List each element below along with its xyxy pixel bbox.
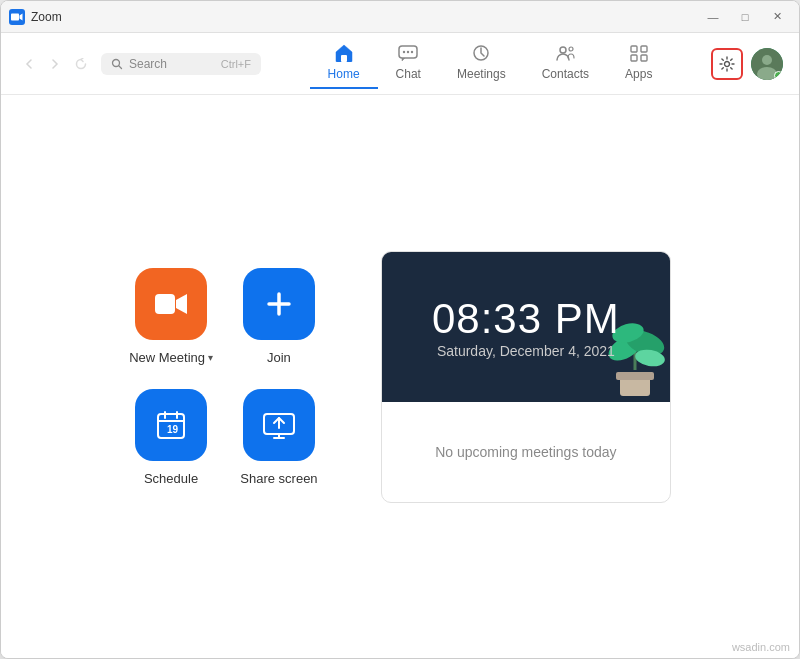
join-action[interactable]: Join bbox=[237, 268, 321, 365]
title-bar: Zoom — □ ✕ bbox=[1, 1, 799, 33]
svg-rect-11 bbox=[631, 46, 637, 52]
svg-point-17 bbox=[762, 55, 772, 65]
forward-icon bbox=[50, 59, 60, 69]
banner-text-group: 08:33 PM Saturday, December 4, 2021 bbox=[432, 295, 620, 359]
new-meeting-label: New Meeting bbox=[129, 350, 205, 365]
zoom-window: Zoom — □ ✕ bbox=[0, 0, 800, 659]
tab-home[interactable]: Home bbox=[310, 38, 378, 89]
new-meeting-label-row: New Meeting ▾ bbox=[129, 350, 213, 365]
search-shortcut: Ctrl+F bbox=[221, 58, 251, 70]
svg-rect-3 bbox=[341, 55, 347, 62]
share-screen-action[interactable]: Share screen bbox=[237, 389, 321, 486]
svg-rect-19 bbox=[155, 294, 175, 314]
svg-point-10 bbox=[569, 47, 573, 51]
share-screen-button[interactable] bbox=[243, 389, 315, 461]
main-content: New Meeting ▾ Join bbox=[1, 95, 799, 658]
banner-date: Saturday, December 4, 2021 bbox=[437, 343, 615, 359]
refresh-icon bbox=[75, 58, 87, 70]
zoom-logo-icon bbox=[9, 9, 25, 25]
chat-svg bbox=[398, 44, 418, 62]
svg-point-15 bbox=[725, 61, 730, 66]
apps-svg bbox=[629, 44, 649, 62]
watermark: wsadin.com bbox=[732, 641, 790, 653]
share-screen-label: Share screen bbox=[240, 471, 317, 486]
back-icon bbox=[24, 59, 34, 69]
svg-line-2 bbox=[119, 65, 122, 68]
nav-buttons bbox=[17, 52, 93, 76]
online-status-dot bbox=[774, 71, 783, 80]
tab-apps[interactable]: Apps bbox=[607, 38, 670, 89]
minimize-button[interactable]: — bbox=[699, 7, 727, 27]
new-meeting-action[interactable]: New Meeting ▾ bbox=[129, 268, 213, 365]
search-icon bbox=[111, 58, 123, 70]
tab-chat[interactable]: Chat bbox=[378, 38, 439, 89]
join-button[interactable] bbox=[243, 268, 315, 340]
toolbar-right bbox=[711, 48, 783, 80]
svg-point-7 bbox=[411, 51, 413, 53]
maximize-button[interactable]: □ bbox=[731, 7, 759, 27]
svg-point-6 bbox=[407, 51, 409, 53]
gear-icon bbox=[719, 56, 735, 72]
tab-contacts-label: Contacts bbox=[542, 67, 589, 81]
svg-rect-12 bbox=[641, 46, 647, 52]
nav-refresh-button[interactable] bbox=[69, 52, 93, 76]
svg-rect-32 bbox=[616, 372, 654, 380]
meeting-body: No upcoming meetings today bbox=[382, 402, 670, 502]
search-bar[interactable]: Search Ctrl+F bbox=[101, 53, 261, 75]
contacts-icon bbox=[555, 44, 575, 65]
apps-icon bbox=[629, 44, 649, 65]
meetings-icon bbox=[471, 44, 491, 65]
window-title: Zoom bbox=[31, 10, 62, 24]
home-icon bbox=[334, 44, 354, 65]
title-bar-left: Zoom bbox=[9, 9, 62, 25]
svg-text:19: 19 bbox=[167, 424, 179, 435]
svg-point-5 bbox=[403, 51, 405, 53]
toolbar: Search Ctrl+F Home bbox=[1, 33, 799, 95]
svg-rect-14 bbox=[641, 55, 647, 61]
join-label: Join bbox=[267, 350, 291, 365]
search-label: Search bbox=[129, 57, 167, 71]
calendar-icon: 19 bbox=[155, 409, 187, 441]
meetings-svg bbox=[471, 44, 491, 62]
actions-grid: New Meeting ▾ Join bbox=[129, 268, 321, 486]
nav-tabs: Home Chat bbox=[277, 38, 703, 89]
close-button[interactable]: ✕ bbox=[763, 7, 791, 27]
plus-icon bbox=[263, 288, 295, 320]
svg-point-9 bbox=[560, 47, 566, 53]
settings-button[interactable] bbox=[711, 48, 743, 80]
schedule-label: Schedule bbox=[144, 471, 198, 486]
meeting-panel: 08:33 PM Saturday, December 4, 2021 bbox=[381, 251, 671, 503]
banner-time: 08:33 PM bbox=[432, 295, 620, 343]
window-controls: — □ ✕ bbox=[699, 7, 791, 27]
chat-icon bbox=[398, 44, 418, 65]
tab-apps-label: Apps bbox=[625, 67, 652, 81]
schedule-button[interactable]: 19 bbox=[135, 389, 207, 461]
share-screen-icon bbox=[263, 411, 295, 439]
no-meetings-text: No upcoming meetings today bbox=[435, 444, 616, 460]
new-meeting-chevron: ▾ bbox=[208, 352, 213, 363]
tab-meetings[interactable]: Meetings bbox=[439, 38, 524, 89]
nav-back-button[interactable] bbox=[17, 52, 41, 76]
svg-rect-13 bbox=[631, 55, 637, 61]
meeting-banner: 08:33 PM Saturday, December 4, 2021 bbox=[382, 252, 670, 402]
contacts-svg bbox=[555, 44, 575, 62]
tab-chat-label: Chat bbox=[396, 67, 421, 81]
nav-forward-button[interactable] bbox=[43, 52, 67, 76]
home-svg bbox=[334, 44, 354, 62]
video-camera-icon bbox=[154, 290, 188, 318]
tab-contacts[interactable]: Contacts bbox=[524, 38, 607, 89]
schedule-action[interactable]: 19 Schedule bbox=[129, 389, 213, 486]
tab-home-label: Home bbox=[328, 67, 360, 81]
tab-meetings-label: Meetings bbox=[457, 67, 506, 81]
new-meeting-button[interactable] bbox=[135, 268, 207, 340]
avatar[interactable] bbox=[751, 48, 783, 80]
